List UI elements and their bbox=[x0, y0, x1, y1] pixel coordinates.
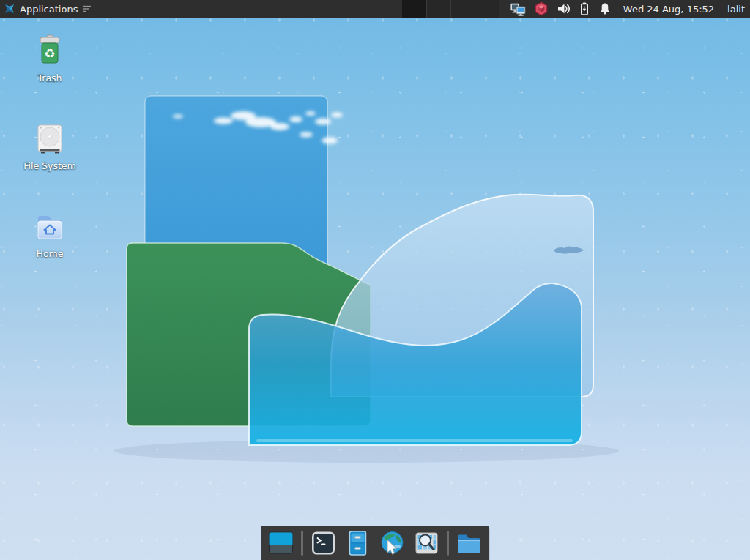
workspace-1[interactable] bbox=[402, 0, 426, 18]
home-folder-icon bbox=[32, 209, 67, 244]
system-tray bbox=[510, 1, 612, 16]
menu-lines-icon bbox=[83, 5, 92, 12]
network-icon[interactable] bbox=[510, 1, 526, 16]
desktop: ♻ Trash File System Home bbox=[0, 18, 750, 560]
dock-separator bbox=[448, 531, 449, 556]
desktop-icon-label: File System bbox=[22, 160, 78, 171]
workspace-switcher bbox=[402, 0, 499, 18]
top-panel: Applications bbox=[0, 0, 750, 18]
svg-text:♻: ♻ bbox=[44, 46, 55, 61]
folder-icon bbox=[456, 529, 483, 557]
dock-separator bbox=[302, 531, 303, 556]
wallpaper-art bbox=[0, 18, 750, 560]
terminal-icon bbox=[310, 529, 338, 557]
workspace-2[interactable] bbox=[426, 0, 450, 18]
desktop-icon-label: Trash bbox=[22, 72, 78, 83]
web-browser-icon bbox=[379, 529, 406, 557]
username: lalit bbox=[727, 4, 745, 15]
dock bbox=[261, 526, 490, 560]
notifications-icon[interactable] bbox=[598, 1, 612, 16]
package-icon[interactable] bbox=[534, 1, 549, 16]
xfce-logo-icon bbox=[4, 3, 15, 15]
file-manager-button[interactable] bbox=[344, 529, 372, 557]
volume-icon[interactable] bbox=[557, 1, 571, 16]
applications-label: Applications bbox=[20, 4, 78, 15]
desktop-icon-trash[interactable]: ♻ Trash bbox=[22, 34, 78, 83]
desktop-icon-file-system[interactable]: File System bbox=[22, 122, 78, 171]
trash-icon: ♻ bbox=[32, 34, 67, 69]
folder-button[interactable] bbox=[456, 529, 483, 557]
applications-button[interactable]: Applications bbox=[0, 0, 97, 18]
workspace-3[interactable] bbox=[450, 0, 475, 18]
app-finder-button[interactable] bbox=[413, 529, 441, 557]
hard-drive-icon bbox=[32, 122, 67, 157]
terminal-button[interactable] bbox=[310, 529, 338, 557]
file-cabinet-icon bbox=[344, 529, 372, 557]
show-desktop-icon bbox=[267, 529, 295, 557]
web-browser-button[interactable] bbox=[379, 529, 406, 557]
show-desktop-button[interactable] bbox=[267, 529, 295, 557]
clock[interactable]: Wed 24 Aug, 15:52 bbox=[623, 4, 714, 15]
app-finder-icon bbox=[413, 529, 441, 557]
desktop-icon-home[interactable]: Home bbox=[22, 209, 78, 259]
workspace-4[interactable] bbox=[475, 0, 499, 18]
battery-icon[interactable] bbox=[579, 1, 590, 16]
desktop-icon-label: Home bbox=[22, 248, 78, 259]
